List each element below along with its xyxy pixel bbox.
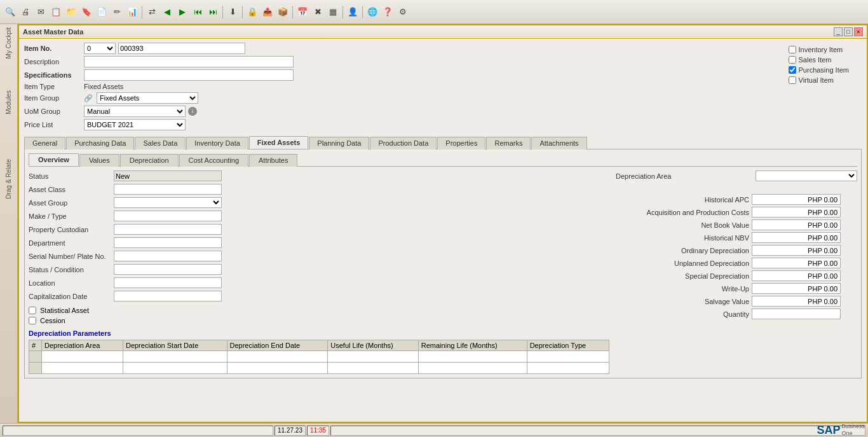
toolbar: 🔍 🖨 ✉ 📋 📁 🔖 📄 ✏ 📊 ⇄ ◀ ▶ ⏮ ⏭ ⬇ 🔒 📤 📦 📅 ✖ …: [0, 0, 868, 24]
bookmark-icon[interactable]: 🔖: [79, 5, 93, 19]
sep6: [362, 6, 363, 18]
clipboard-icon[interactable]: 📋: [49, 5, 63, 19]
cancel-icon[interactable]: ✖: [311, 5, 325, 19]
back-icon[interactable]: ◀: [160, 5, 174, 19]
sep2: [222, 6, 223, 18]
chart-icon[interactable]: 📊: [125, 5, 139, 19]
folder-icon[interactable]: 📁: [64, 5, 78, 19]
package-icon[interactable]: 📦: [276, 5, 290, 19]
sep5: [342, 6, 343, 18]
globe-icon[interactable]: 🌐: [365, 5, 379, 19]
email-icon[interactable]: ✉: [34, 5, 48, 19]
table-icon[interactable]: ▦: [326, 5, 340, 19]
lock-icon[interactable]: 🔒: [245, 5, 259, 19]
last-icon[interactable]: ⏭: [206, 5, 220, 19]
export-icon[interactable]: 📤: [261, 5, 275, 19]
calendar-icon[interactable]: 📅: [295, 5, 309, 19]
search-icon[interactable]: 🔍: [3, 5, 17, 19]
filter-icon[interactable]: ⬇: [226, 5, 240, 19]
edit-icon[interactable]: ✏: [110, 5, 124, 19]
document-icon[interactable]: 📄: [95, 5, 109, 19]
forward-icon[interactable]: ▶: [175, 5, 189, 19]
help-icon[interactable]: ❓: [381, 5, 395, 19]
sep1: [142, 6, 142, 18]
sep4: [292, 6, 293, 18]
sep3: [242, 6, 243, 18]
settings-icon[interactable]: ⚙: [396, 5, 410, 19]
first-icon[interactable]: ⏮: [191, 5, 205, 19]
print-icon[interactable]: 🖨: [18, 5, 32, 19]
shuffle-icon[interactable]: ⇄: [145, 5, 159, 19]
user-icon[interactable]: 👤: [346, 5, 360, 19]
